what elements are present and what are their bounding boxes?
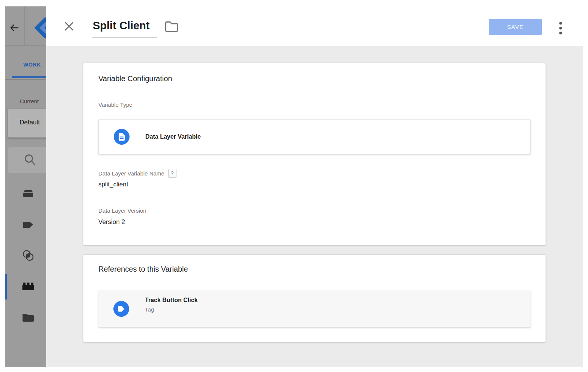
variable-editor-header: Split Client SAVE (46, 0, 588, 46)
kebab-menu-icon (557, 20, 564, 37)
variable-configuration-heading: Variable Configuration (98, 74, 172, 83)
reference-type: Tag (145, 306, 198, 313)
document-icon (114, 129, 130, 145)
workspace-name: Default (20, 119, 40, 126)
workspace-selector[interactable]: Default (8, 109, 46, 138)
active-nav-indicator (5, 274, 7, 299)
help-icon[interactable]: ? (168, 169, 176, 178)
data-layer-variable-name-row: Data Layer Variable Name ? (98, 169, 176, 178)
tag-icon (22, 218, 35, 231)
workspace-tabbar: WORK (5, 46, 46, 80)
back-button[interactable] (9, 23, 19, 33)
title-underline (92, 37, 157, 38)
overview-icon (22, 187, 35, 200)
close-button[interactable] (64, 21, 74, 32)
sidebar-item-folders[interactable] (22, 311, 35, 324)
move-to-folder-button[interactable] (164, 21, 179, 32)
back-arrow-icon (9, 23, 19, 33)
reference-title: Track Button Click (145, 297, 198, 304)
references-heading: References to this Variable (98, 265, 188, 274)
tag-icon (113, 301, 129, 317)
variables-brick-icon (22, 280, 35, 293)
close-icon (64, 21, 74, 32)
kebab-menu-button[interactable] (557, 20, 564, 37)
tab-workspace[interactable]: WORK (23, 62, 41, 68)
app-header (5, 6, 46, 46)
variable-type-card[interactable]: Data Layer Variable (98, 119, 531, 154)
folder-icon (22, 311, 35, 324)
data-layer-variable-name-label: Data Layer Variable Name (98, 170, 164, 177)
search-input[interactable] (8, 147, 46, 173)
variable-configuration-card: Variable Configuration Variable Type Dat… (83, 63, 546, 245)
sidebar-item-tags[interactable] (22, 218, 35, 231)
reference-text: Track Button Click Tag (145, 297, 198, 313)
current-workspace-label: Current (20, 98, 39, 104)
sidebar-item-variables[interactable] (22, 280, 35, 293)
gtm-logo-icon[interactable] (34, 17, 46, 39)
sidebar-dimmed: WORK Current Default (5, 6, 46, 367)
sidebar-item-triggers[interactable] (22, 249, 35, 262)
variable-title-input[interactable]: Split Client (93, 20, 149, 32)
header-divider (24, 6, 25, 45)
data-layer-version-label: Data Layer Version (98, 207, 146, 214)
variable-type-name: Data Layer Variable (145, 120, 201, 154)
variable-editor-body: Variable Configuration Variable Type Dat… (46, 46, 583, 367)
folder-outline-icon (164, 21, 179, 32)
references-card: References to this Variable Track Button… (83, 255, 546, 342)
sidebar-item-overview[interactable] (22, 187, 35, 200)
active-tab-indicator (12, 76, 46, 78)
data-layer-variable-name-value: split_client (98, 181, 128, 188)
save-button[interactable]: SAVE (489, 19, 542, 35)
variable-type-label: Variable Type (98, 101, 132, 108)
search-icon (23, 153, 37, 167)
reference-row[interactable]: Track Button Click Tag (98, 290, 531, 327)
trigger-icon (22, 249, 35, 262)
data-layer-version-value: Version 2 (98, 218, 125, 226)
